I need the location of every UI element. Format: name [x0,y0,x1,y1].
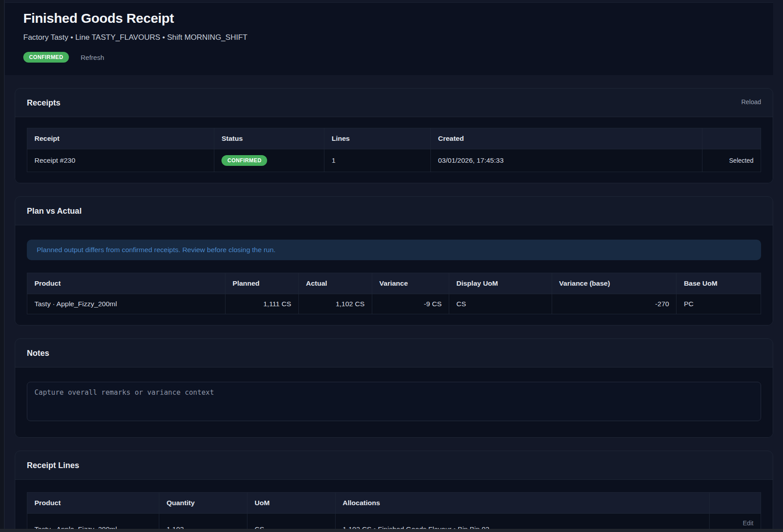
receipt-status-cell: CONFIRMED [214,149,324,172]
pva-planned-cell: 1,111 CS [225,294,298,314]
col-line-uom: UoM [247,493,335,514]
col-created: Created [430,128,702,149]
reload-button[interactable]: Reload [741,98,761,106]
receipt-lines-header-row: Product Quantity UoM Allocations [27,493,761,514]
receipt-lines-table: Product Quantity UoM Allocations Tasty ·… [27,492,761,532]
receipt-lines-header: Receipt Lines [15,451,773,480]
variance-alert: Planned output differs from confirmed re… [27,240,761,260]
receipt-lines-body: Product Quantity UoM Allocations Tasty ·… [15,480,773,532]
notes-input[interactable] [27,382,761,421]
notes-card: Notes [15,338,773,438]
status-badge: CONFIRMED [23,52,69,63]
receipts-card-header: Receipts Reload [15,89,773,117]
pva-variance-base-cell: -270 [552,294,677,314]
plan-vs-actual-table: Product Planned Actual Variance Display … [27,273,761,314]
receipt-lines-card: Receipt Lines Product Quantity UoM Alloc… [15,451,773,532]
pva-actual-cell: 1,102 CS [298,294,372,314]
page-subtitle: Factory Tasty • Line TASTY_FLAVOURS • Sh… [23,33,755,42]
col-base-uom: Base UoM [677,273,761,294]
bottom-edge-strip [0,529,783,532]
col-line-quantity: Quantity [159,493,247,514]
col-receipt: Receipt [27,128,214,149]
notes-card-header: Notes [15,339,773,367]
plan-vs-actual-header-row: Product Planned Actual Variance Display … [27,273,761,294]
page-title: Finished Goods Receipt [23,11,755,26]
receipt-selected-label: Selected [702,149,761,172]
col-display-uom: Display UoM [449,273,552,294]
header-actions: CONFIRMED Refresh [23,52,755,63]
plan-vs-actual-row: Tasty · Apple_Fizzy_200ml 1,111 CS 1,102… [27,294,761,314]
receipt-row[interactable]: Receipt #230 CONFIRMED 1 03/01/2026, 17:… [27,149,761,172]
col-status: Status [214,128,324,149]
plan-vs-actual-title: Plan vs Actual [27,207,81,216]
plan-vs-actual-body: Planned output differs from confirmed re… [15,225,773,325]
col-line-allocations: Allocations [335,493,709,514]
page-header: Finished Goods Receipt Factory Tasty • L… [5,2,773,75]
receipts-card: Receipts Reload Receipt Status Lines Cre… [15,88,773,183]
refresh-button[interactable]: Refresh [81,54,104,61]
col-variance: Variance [372,273,449,294]
col-receipt-actions [702,128,761,149]
col-lines: Lines [324,128,431,149]
receipts-table-header-row: Receipt Status Lines Created [27,128,761,149]
pva-display-uom-cell: CS [449,294,552,314]
receipt-created-cell: 03/01/2026, 17:45:33 [430,149,702,172]
receipts-title: Receipts [27,98,60,108]
col-line-product: Product [27,493,159,514]
notes-title: Notes [27,349,49,358]
pva-base-uom-cell: PC [677,294,761,314]
col-variance-base: Variance (base) [552,273,677,294]
col-line-actions [710,493,761,514]
left-rail [0,0,4,532]
receipt-name-cell: Receipt #230 [27,149,214,172]
receipt-status-badge: CONFIRMED [221,155,267,166]
receipt-lines-cell: 1 [324,149,431,172]
edit-line-button[interactable]: Edit [743,519,753,527]
pva-variance-cell: -9 CS [372,294,449,314]
main-content: Finished Goods Receipt Factory Tasty • L… [5,0,783,532]
notes-card-body [15,367,773,437]
plan-vs-actual-card: Plan vs Actual Planned output differs fr… [15,196,773,325]
col-actual: Actual [298,273,372,294]
col-product: Product [27,273,226,294]
receipts-card-body: Receipt Status Lines Created Receipt #23… [15,117,773,183]
col-planned: Planned [225,273,298,294]
receipts-table: Receipt Status Lines Created Receipt #23… [27,128,761,172]
pva-product-cell: Tasty · Apple_Fizzy_200ml [27,294,226,314]
plan-vs-actual-header: Plan vs Actual [15,197,773,225]
receipt-lines-title: Receipt Lines [27,461,79,470]
